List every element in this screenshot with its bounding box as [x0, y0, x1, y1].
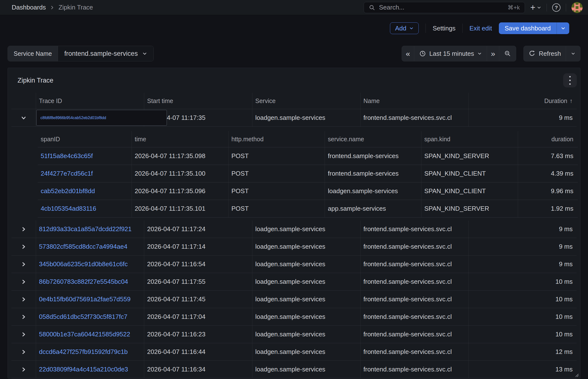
exit-edit-button[interactable]: Exit edit [469, 25, 492, 32]
chevron-right-icon [20, 366, 27, 373]
trace-id-link[interactable]: 345b006a6235c91d0b8e61c6fc [39, 260, 128, 268]
panel-title: Zipkin Trace [17, 77, 53, 84]
span-id-link[interactable]: 4cb105354ad83116 [41, 205, 96, 212]
trace-id-link[interactable]: 573802cf585cd8dcc7a4994ae4 [39, 243, 127, 250]
subtable-column-header-http-method[interactable]: http.method [228, 131, 325, 147]
subtable-column-header-span-kind[interactable]: span.kind [421, 131, 518, 147]
span-cell-service-name: app.sample-services [325, 200, 421, 217]
refresh-interval-dropdown[interactable] [566, 46, 580, 61]
name-cell: frontend.sample-services.svc.cl [360, 308, 468, 325]
time-shift-back-button[interactable]: « [402, 46, 414, 61]
span-cell-service-name: frontend.sample-services [325, 147, 421, 165]
zipkin-trace-panel: Zipkin Trace Trace IDStart timeServiceNa… [8, 68, 580, 379]
expander-cell [12, 308, 36, 325]
subtable-column-header-label: duration [552, 136, 573, 143]
trace-id-link[interactable]: 22d03809f94a4c415a210c0de3 [39, 366, 128, 373]
column-header-service[interactable]: Service [252, 93, 360, 109]
service-cell: loadgen.sample-services [252, 109, 360, 126]
trace-id-link[interactable]: 86b7260783c882f27e5545bc04 [39, 278, 128, 285]
name-cell: frontend.sample-services.svc.cl [360, 221, 468, 238]
save-dashboard-dropdown-button[interactable] [556, 22, 569, 34]
service-cell: loadgen.sample-services [252, 343, 360, 361]
time-shift-forward-button[interactable]: » [487, 46, 499, 61]
span-id-link[interactable]: cab52eb2d01bf8dd [41, 187, 95, 195]
expand-row-button[interactable] [19, 295, 28, 304]
subtable-column-header-spanID[interactable]: spanID [38, 131, 131, 147]
span-cell-http-method: POST [228, 182, 325, 200]
time-range-label: Last 15 minutes [429, 50, 474, 58]
column-header-name[interactable]: Name [360, 93, 468, 109]
column-header-trace-id[interactable]: Trace ID [36, 93, 144, 109]
subtable-column-header-service-name[interactable]: service.name [325, 131, 421, 147]
expand-row-button[interactable] [19, 330, 28, 339]
table-row: 573802cf585cd8dcc7a4994ae42026-04-07 11:… [12, 238, 576, 255]
breadcrumb-dashboards-link[interactable]: Dashboards [12, 4, 46, 11]
span-cell-span-kind: SPAN_KIND_SERVER [421, 200, 518, 217]
expander-cell [12, 343, 36, 361]
trace-id-link[interactable]: 812d93a33ca1a85a7dcdd22f921 [39, 225, 131, 233]
expand-row-button[interactable] [19, 260, 28, 269]
expand-row-button[interactable] [19, 347, 28, 357]
span-cell-time: 2026-04-07 11:17:35.096 [131, 182, 228, 200]
refresh-label: Refresh [539, 50, 561, 58]
column-header-start-time[interactable]: Start time [144, 93, 252, 109]
collapse-row-button[interactable] [19, 113, 28, 123]
column-header-label: Duration [544, 97, 568, 105]
trace-id-link[interactable]: dccd6a427f257fb91592fd79c1b [39, 348, 128, 356]
span-id-link[interactable]: 24f4277e7cd56c1f [41, 170, 93, 177]
table-row: 58000b1e37ca604421585d95222026-04-07 11:… [12, 326, 576, 343]
help-icon: ? [552, 3, 560, 12]
service-name-select[interactable]: frontend.sample-services [58, 46, 153, 61]
add-button-label: Add [395, 25, 406, 32]
chevron-right-icon [20, 296, 27, 302]
chevron-right-icon [20, 331, 27, 338]
time-controls: « Last 15 minutes » [402, 46, 580, 61]
duration-cell: 9 ms [468, 221, 577, 238]
settings-button[interactable]: Settings [433, 25, 456, 32]
divider [462, 24, 462, 33]
column-header-duration[interactable]: Duration↑ [468, 93, 577, 109]
expander-cell [12, 221, 36, 238]
table-row: 2026-04-07 11:17:35loadgen.sample-servic… [12, 109, 576, 127]
save-dashboard-button[interactable]: Save dashboard [499, 22, 556, 34]
span-cell-span-kind: SPAN_KIND_SERVER [421, 147, 518, 165]
span-id-link[interactable]: 51f15a8e4c63c65f [41, 152, 93, 160]
trace-id-link[interactable]: 0e4b15fb60d75691a2fae57d559 [39, 296, 130, 303]
divider [566, 4, 566, 12]
add-button[interactable]: Add [390, 22, 419, 34]
panel-resize-handle[interactable] [574, 372, 579, 377]
expand-row-button[interactable] [19, 277, 28, 286]
refresh-button[interactable]: Refresh [524, 46, 566, 61]
subtable-column-header-duration[interactable]: duration [518, 131, 578, 147]
duration-cell: 10 ms [468, 273, 577, 290]
user-avatar[interactable] [572, 2, 583, 13]
subtable-column-header-label: span.kind [424, 136, 450, 143]
divider [426, 24, 426, 33]
subtable-column-header-time[interactable]: time [131, 131, 228, 147]
trace-id-link[interactable]: c8fd6f8e8966b954cab52eb2d01bf8dd [40, 116, 106, 120]
table-row: 345b006a6235c91d0b8e61c6fc2026-04-07 11:… [12, 255, 576, 273]
help-button[interactable]: ? [552, 3, 560, 12]
duration-cell: 9 ms [468, 238, 577, 255]
panel-menu-button[interactable] [563, 73, 577, 87]
start-time-cell: 2026-04-07 11:17:04 [144, 308, 252, 325]
time-range-picker[interactable]: Last 15 minutes [414, 46, 487, 61]
span-row: cab52eb2d01bf8dd2026-04-07 11:17:35.096P… [38, 182, 578, 200]
time-picker-group: « Last 15 minutes » [402, 46, 516, 61]
search-input[interactable]: Search... ⌘+k [364, 2, 525, 13]
trace-id-link[interactable]: 58000b1e37ca604421585d9522 [39, 331, 130, 338]
chevron-right-icon [20, 349, 27, 355]
expand-row-button[interactable] [19, 365, 28, 374]
service-name-variable: Service Name frontend.sample-services [8, 46, 154, 61]
expand-row-button[interactable] [19, 225, 28, 234]
chevron-right-icon [20, 244, 27, 250]
name-cell: frontend.sample-services.svc.cl [360, 255, 468, 273]
expand-row-button[interactable] [19, 312, 28, 321]
time-zoom-out-button[interactable] [499, 46, 516, 61]
chevron-down-icon [20, 115, 27, 121]
divider [547, 4, 547, 12]
expand-row-button[interactable] [19, 242, 28, 251]
nav-right: Search... ⌘+k + ? [364, 2, 583, 13]
trace-id-link[interactable]: 058d5cd61dbc52f730c5f817fc7 [39, 313, 127, 320]
new-button[interactable]: + [530, 3, 541, 12]
